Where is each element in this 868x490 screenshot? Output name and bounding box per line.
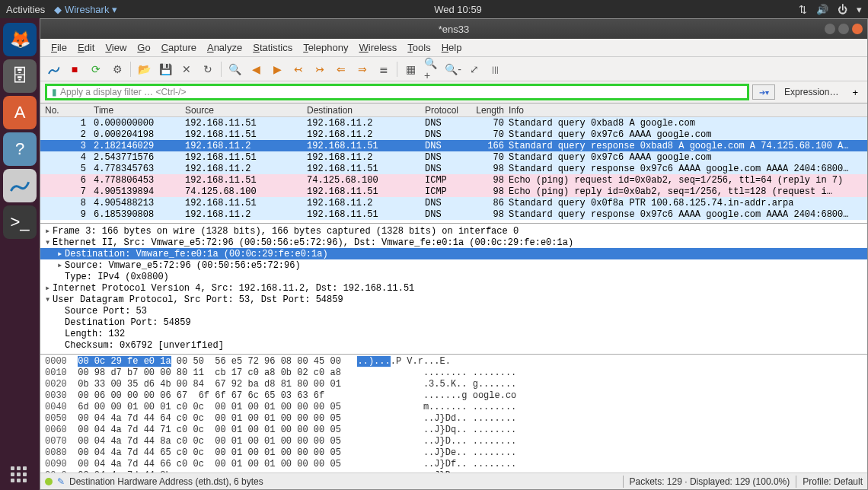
system-menu-icon[interactable]: ▾ bbox=[857, 4, 862, 15]
dock-software[interactable]: A bbox=[3, 96, 37, 129]
detail-row[interactable]: Destination Port: 54859 bbox=[40, 317, 867, 328]
find-packet-icon[interactable]: 🔍 bbox=[226, 61, 243, 78]
volume-icon[interactable]: 🔊 bbox=[816, 4, 828, 15]
start-capture-icon[interactable] bbox=[45, 61, 62, 78]
dock-terminal[interactable]: >_ bbox=[3, 205, 37, 239]
filter-history-dropdown[interactable]: ➔▾ bbox=[752, 84, 775, 100]
maximize-button[interactable] bbox=[838, 24, 849, 34]
minimize-button[interactable] bbox=[825, 24, 835, 34]
clock[interactable]: Wed 10:59 bbox=[117, 4, 799, 15]
packet-row[interactable]: 74.90513989474.125.68.100192.168.11.51IC… bbox=[40, 186, 867, 197]
menu-file[interactable]: File bbox=[46, 40, 72, 55]
add-filter-button[interactable]: + bbox=[847, 85, 863, 100]
detail-row[interactable]: Type: IPv4 (0x0800) bbox=[40, 271, 867, 282]
menu-edit[interactable]: Edit bbox=[73, 40, 99, 55]
dock-firefox[interactable]: 🦊 bbox=[3, 23, 37, 56]
hex-row[interactable]: 0040 6d 00 00 01 00 01 c0 0c 00 01 00 01… bbox=[45, 402, 863, 413]
window-title: *ens33 bbox=[439, 24, 469, 35]
menu-telephony[interactable]: Telephony bbox=[298, 40, 353, 55]
detail-row[interactable]: ▾Ethernet II, Src: Vmware_e5:72:96 (00:5… bbox=[40, 237, 867, 248]
detail-row[interactable]: ▸Destination: Vmware_fe:e0:1a (00:0c:29:… bbox=[40, 248, 867, 259]
dock-wireshark[interactable] bbox=[3, 169, 37, 202]
hex-row[interactable]: 0060 00 04 4a 7d 44 71 c0 0c 00 01 00 01… bbox=[45, 425, 863, 436]
expression-button[interactable]: Expression… bbox=[778, 85, 844, 99]
resize-columns-icon[interactable]: ⫼ bbox=[487, 61, 504, 78]
save-file-icon[interactable]: 💾 bbox=[157, 61, 174, 78]
open-file-icon[interactable]: 📂 bbox=[136, 61, 152, 78]
detail-row[interactable]: ▸Internet Protocol Version 4, Src: 192.1… bbox=[40, 282, 867, 294]
packet-row[interactable]: 84.905488213192.168.11.51192.168.11.2DNS… bbox=[40, 197, 867, 208]
packet-list-header[interactable]: No. Time Source Destination Protocol Len… bbox=[40, 103, 867, 117]
power-icon[interactable]: ⏻ bbox=[838, 4, 847, 15]
capture-options-icon[interactable]: ⚙ bbox=[109, 61, 126, 78]
display-filter-input[interactable]: ▮ Apply a display filter … <Ctrl-/> bbox=[45, 84, 749, 100]
detail-row[interactable]: Length: 132 bbox=[40, 328, 867, 339]
packet-row[interactable]: 42.543771576192.168.11.51192.168.11.2DNS… bbox=[40, 151, 867, 163]
menu-wireless[interactable]: Wireless bbox=[355, 40, 402, 55]
hex-row[interactable]: 0020 0b 33 00 35 d6 4b 00 84 67 92 ba d8… bbox=[45, 379, 863, 390]
menu-statistics[interactable]: Statistics bbox=[248, 40, 297, 55]
auto-scroll-icon[interactable]: ≣ bbox=[375, 61, 392, 78]
packet-row[interactable]: 64.778806453192.168.11.5174.125.68.100IC… bbox=[40, 174, 867, 186]
packet-list-pane[interactable]: No. Time Source Destination Protocol Len… bbox=[40, 103, 867, 223]
wireshark-window: *ens33 FileEditViewGoCaptureAnalyzeStati… bbox=[40, 18, 868, 490]
statusbar: ✎ Destination Hardware Address (eth.dst)… bbox=[40, 473, 867, 489]
network-icon[interactable]: ⇅ bbox=[799, 4, 807, 15]
go-last-icon[interactable]: ⇒ bbox=[354, 61, 371, 78]
hex-row[interactable]: 0050 00 04 4a 7d 44 64 c0 0c 00 01 00 01… bbox=[45, 413, 863, 425]
toolbar: ■ ⟳ ⚙ 📂 💾 ✕ ↻ 🔍 ◀ ▶ ↢ ↣ ⇐ ⇒ ≣ ▦ 🔍+ 🔍- ⤢ … bbox=[40, 57, 867, 81]
bookmark-icon: ▮ bbox=[52, 87, 57, 97]
hex-row[interactable]: 0090 00 04 4a 7d 44 66 c0 0c 00 01 00 01… bbox=[45, 459, 863, 470]
dock-help[interactable]: ? bbox=[3, 132, 37, 166]
hex-row[interactable]: 0000 00 0c 29 fe e0 1a 00 50 56 e5 72 96… bbox=[45, 356, 863, 368]
appmenu-label[interactable]: Wireshark bbox=[65, 4, 110, 15]
hex-row[interactable]: 0070 00 04 4a 7d 44 8a c0 0c 00 01 00 01… bbox=[45, 436, 863, 447]
detail-row[interactable]: Source Port: 53 bbox=[40, 305, 867, 317]
go-next-icon[interactable]: ▶ bbox=[269, 61, 286, 78]
menu-help[interactable]: Help bbox=[437, 40, 467, 55]
status-packets: Packets: 129 · Displayed: 129 (100.0%) bbox=[630, 476, 790, 487]
jump-prev-icon[interactable]: ↢ bbox=[290, 61, 307, 78]
detail-row[interactable]: Checksum: 0x6792 [unverified] bbox=[40, 339, 867, 351]
packet-row[interactable]: 54.778345763192.168.11.2192.168.11.51DNS… bbox=[40, 163, 867, 174]
packet-details-pane[interactable]: ▸Frame 3: 166 bytes on wire (1328 bits),… bbox=[40, 223, 867, 354]
titlebar[interactable]: *ens33 bbox=[40, 19, 867, 39]
detail-row[interactable]: ▸Frame 3: 166 bytes on wire (1328 bits),… bbox=[40, 225, 867, 237]
expert-info-icon[interactable] bbox=[45, 478, 53, 485]
menu-analyze[interactable]: Analyze bbox=[203, 40, 247, 55]
restart-capture-icon[interactable]: ⟳ bbox=[88, 61, 104, 78]
menu-view[interactable]: View bbox=[101, 40, 131, 55]
close-button[interactable] bbox=[852, 24, 863, 34]
zoom-reset-icon[interactable]: ⤢ bbox=[466, 61, 483, 78]
hex-row[interactable]: 0080 00 04 4a 7d 44 65 c0 0c 00 01 00 01… bbox=[45, 447, 863, 459]
menu-tools[interactable]: Tools bbox=[403, 40, 435, 55]
hex-row[interactable]: 0010 00 98 d7 b7 00 00 80 11 cb 17 c0 a8… bbox=[45, 368, 863, 379]
colorize-icon[interactable]: ▦ bbox=[402, 61, 419, 78]
hex-row[interactable]: 0030 00 06 00 00 00 06 67 6f 6f 67 6c 65… bbox=[45, 390, 863, 402]
reload-icon[interactable]: ↻ bbox=[199, 61, 216, 78]
menu-capture[interactable]: Capture bbox=[157, 40, 201, 55]
go-first-icon[interactable]: ⇐ bbox=[333, 61, 349, 78]
filter-toolbar: ▮ Apply a display filter … <Ctrl-/> ➔▾ E… bbox=[40, 81, 867, 103]
show-apps-button[interactable] bbox=[11, 466, 27, 482]
zoom-in-icon[interactable]: 🔍+ bbox=[423, 61, 440, 78]
jump-next-icon[interactable]: ↣ bbox=[311, 61, 328, 78]
zoom-out-icon[interactable]: 🔍- bbox=[445, 61, 461, 78]
status-profile[interactable]: Profile: Default bbox=[803, 476, 863, 487]
close-file-icon[interactable]: ✕ bbox=[178, 61, 195, 78]
packet-bytes-pane[interactable]: 0000 00 0c 29 fe e0 1a 00 50 56 e5 72 96… bbox=[40, 354, 867, 473]
packet-row[interactable]: 32.182146029192.168.11.2192.168.11.51DNS… bbox=[40, 140, 867, 151]
packet-row[interactable]: 20.000204198192.168.11.51192.168.11.2DNS… bbox=[40, 129, 867, 140]
dock-files[interactable]: 🗄 bbox=[3, 59, 37, 93]
activities-button[interactable]: Activities bbox=[6, 4, 45, 15]
packet-row[interactable]: 10.000000000192.168.11.51192.168.11.2DNS… bbox=[40, 117, 867, 129]
menubar: FileEditViewGoCaptureAnalyzeStatisticsTe… bbox=[40, 39, 867, 57]
go-prev-icon[interactable]: ◀ bbox=[247, 61, 264, 78]
stop-capture-icon[interactable]: ■ bbox=[66, 61, 83, 78]
capture-file-icon[interactable]: ✎ bbox=[57, 476, 65, 487]
detail-row[interactable]: ▸Source: Vmware_e5:72:96 (00:50:56:e5:72… bbox=[40, 259, 867, 271]
packet-row[interactable]: 96.185390808192.168.11.2192.168.11.51DNS… bbox=[40, 208, 867, 220]
detail-row[interactable]: ▾User Datagram Protocol, Src Port: 53, D… bbox=[40, 294, 867, 305]
menu-go[interactable]: Go bbox=[132, 40, 155, 55]
dock: 🦊 🗄 A ? >_ bbox=[0, 18, 40, 490]
